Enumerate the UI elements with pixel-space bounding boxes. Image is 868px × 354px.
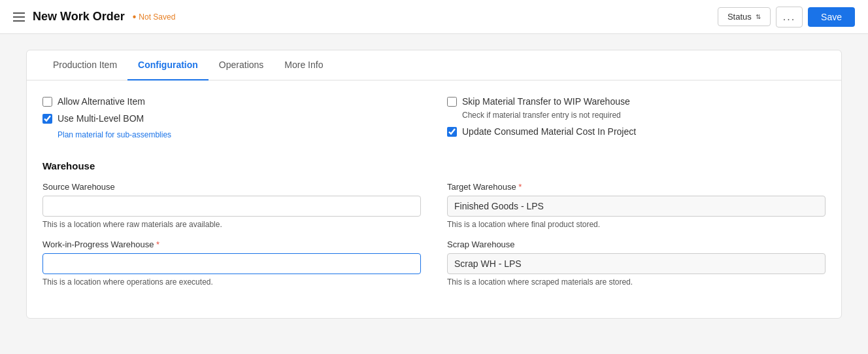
- warehouse-section-heading: Warehouse: [42, 160, 826, 171]
- tab-configuration[interactable]: Configuration: [127, 50, 209, 80]
- scrap-warehouse-input[interactable]: [447, 253, 826, 274]
- skip-material-transfer-label: Skip Material Transfer to WIP Warehouse: [462, 96, 630, 107]
- target-warehouse-label: Target Warehouse *: [447, 182, 826, 192]
- wip-warehouse-label: Work-in-Progress Warehouse *: [42, 239, 421, 249]
- allow-alternative-item-label: Allow Alternative Item: [58, 96, 145, 107]
- chevron-down-icon: ⇅: [756, 13, 761, 20]
- scrap-warehouse-label: Scrap Warehouse: [447, 239, 826, 249]
- wip-required-marker: *: [154, 239, 160, 249]
- scrap-warehouse-group: Scrap Warehouse This is a location where…: [447, 239, 826, 287]
- tab-operations[interactable]: Operations: [209, 50, 274, 80]
- status-button[interactable]: Status ⇅: [718, 7, 771, 26]
- source-warehouse-label: Source Warehouse: [42, 182, 421, 192]
- source-warehouse-input[interactable]: [42, 196, 421, 217]
- allow-alternative-item-checkbox[interactable]: [42, 97, 52, 107]
- target-warehouse-input[interactable]: [447, 196, 826, 217]
- use-multi-level-bom-label: Use Multi-Level BOM: [58, 113, 144, 124]
- tab-more-info[interactable]: More Info: [274, 50, 333, 80]
- right-checkboxes: Skip Material Transfer to WIP Warehouse …: [447, 96, 826, 150]
- skip-material-transfer-row: Skip Material Transfer to WIP Warehouse: [447, 96, 826, 107]
- target-warehouse-hint: This is a location where final product s…: [447, 220, 826, 229]
- left-warehouse-fields: Source Warehouse This is a location wher…: [42, 182, 421, 297]
- source-warehouse-group: Source Warehouse This is a location wher…: [42, 182, 421, 229]
- checkboxes-section: Allow Alternative Item Use Multi-Level B…: [42, 96, 826, 150]
- form-body: Allow Alternative Item Use Multi-Level B…: [27, 80, 841, 318]
- source-warehouse-hint: This is a location where raw materials a…: [42, 220, 421, 229]
- skip-material-transfer-checkbox[interactable]: [447, 97, 457, 107]
- left-checkboxes: Allow Alternative Item Use Multi-Level B…: [42, 96, 421, 150]
- page-title: New Work Order: [33, 10, 125, 24]
- target-warehouse-group: Target Warehouse * This is a location wh…: [447, 182, 826, 229]
- use-multi-level-bom-checkbox[interactable]: [42, 114, 52, 124]
- app-header: New Work Order Not Saved Status ⇅ ... Sa…: [0, 0, 868, 34]
- header-left: New Work Order Not Saved: [13, 10, 175, 24]
- skip-material-transfer-description: Check if material transfer entry is not …: [462, 111, 826, 120]
- tab-bar: Production Item Configuration Operations…: [27, 50, 841, 80]
- allow-alternative-item-row: Allow Alternative Item: [42, 96, 421, 107]
- update-consumed-material-label: Update Consumed Material Cost In Project: [462, 126, 636, 137]
- main-content: Production Item Configuration Operations…: [0, 34, 868, 334]
- wip-warehouse-group: Work-in-Progress Warehouse * This is a l…: [42, 239, 421, 287]
- right-warehouse-fields: Target Warehouse * This is a location wh…: [447, 182, 826, 297]
- save-button[interactable]: Save: [808, 7, 855, 27]
- more-options-button[interactable]: ...: [776, 7, 803, 27]
- not-saved-badge: Not Saved: [133, 11, 176, 23]
- tab-production-item[interactable]: Production Item: [42, 50, 127, 80]
- header-right: Status ⇅ ... Save: [718, 7, 855, 27]
- wip-warehouse-input[interactable]: [42, 253, 421, 274]
- target-required-marker: *: [516, 182, 522, 192]
- hamburger-icon[interactable]: [13, 12, 25, 22]
- update-consumed-material-checkbox[interactable]: [447, 127, 457, 137]
- use-multi-level-bom-row: Use Multi-Level BOM: [42, 113, 421, 124]
- wip-warehouse-hint: This is a location where operations are …: [42, 277, 421, 287]
- update-consumed-material-row: Update Consumed Material Cost In Project: [447, 126, 826, 137]
- scrap-warehouse-hint: This is a location where scraped materia…: [447, 277, 826, 287]
- form-card: Production Item Configuration Operations…: [26, 50, 842, 319]
- warehouse-fields: Source Warehouse This is a location wher…: [42, 182, 826, 297]
- multi-level-bom-hint: Plan material for sub-assemblies: [58, 130, 421, 139]
